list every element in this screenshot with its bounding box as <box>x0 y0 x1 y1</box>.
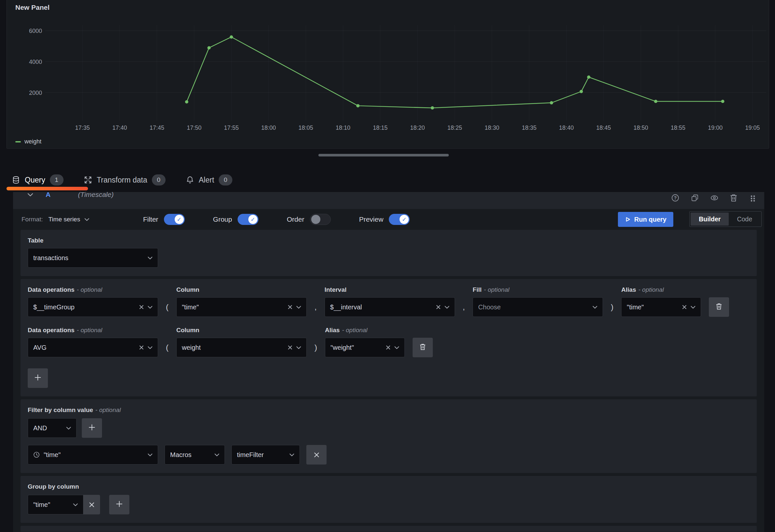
clear-icon[interactable] <box>139 305 144 309</box>
preview-toggle-group: Preview <box>359 214 410 225</box>
order-toggle[interactable] <box>310 214 331 225</box>
transform-icon <box>84 176 92 184</box>
tab-query-label: Query <box>25 176 45 184</box>
filter-toggle[interactable] <box>164 214 185 225</box>
chevron-down-icon <box>148 306 152 309</box>
preview-toggle[interactable] <box>389 214 410 225</box>
clear-icon[interactable] <box>682 305 687 309</box>
add-group-by-button[interactable] <box>109 495 129 514</box>
tab-transform-data[interactable]: Transform data 0 <box>84 174 165 185</box>
select-row-weight: Data operations- optional AVG ( Column w… <box>28 327 750 357</box>
svg-text:17:40: 17:40 <box>112 124 127 131</box>
help-icon[interactable]: ? <box>671 194 680 202</box>
svg-text:18:15: 18:15 <box>373 124 388 131</box>
legend-label: weight <box>24 138 41 145</box>
chevron-down-icon[interactable] <box>27 193 33 196</box>
plus-icon <box>116 501 122 509</box>
builder-mode-button[interactable]: Builder <box>691 212 729 225</box>
table-section: Table transactions <box>21 230 757 276</box>
group-toggle[interactable] <box>237 214 258 225</box>
alias-select[interactable]: "weight" <box>325 338 405 357</box>
tab-query[interactable]: Query 1 <box>12 174 64 185</box>
filter-section: Filter by column value- optional AND "ti… <box>21 399 757 473</box>
remove-filter-button[interactable] <box>306 445 326 465</box>
close-paren: ) <box>611 297 613 317</box>
plus-icon <box>89 424 95 432</box>
format-select[interactable]: Time series <box>48 216 89 223</box>
filter-macro-select[interactable]: timeFilter <box>231 445 300 465</box>
run-query-button[interactable]: Run query <box>618 212 673 227</box>
column-select[interactable]: "time" <box>176 297 307 317</box>
clear-icon[interactable] <box>288 305 292 309</box>
alias-select[interactable]: "time" <box>621 297 701 317</box>
aggregation-select[interactable]: AVG <box>28 338 158 357</box>
table-select[interactable]: transactions <box>28 248 158 268</box>
trash-icon <box>420 343 426 352</box>
editor-mode-toggle: Builder Code <box>689 211 762 227</box>
svg-text:6000: 6000 <box>29 28 42 34</box>
svg-text:17:55: 17:55 <box>224 124 238 131</box>
group-by-column-select[interactable]: "time" <box>28 495 83 514</box>
select-row-time: Data operations- optional $__timeGroup (… <box>28 286 750 317</box>
eye-icon[interactable] <box>710 194 719 202</box>
svg-text:18:30: 18:30 <box>485 124 499 131</box>
chevron-down-icon <box>148 346 152 349</box>
chevron-down-icon <box>148 453 152 456</box>
query-row-actions: ? <box>671 194 757 202</box>
svg-text:18:40: 18:40 <box>559 124 574 131</box>
next-section-edge <box>21 526 757 532</box>
interval-select[interactable]: $__interval <box>324 297 455 317</box>
remove-select-row-button[interactable] <box>413 338 433 357</box>
remove-select-row-button[interactable] <box>709 297 729 317</box>
code-mode-button[interactable]: Code <box>729 212 760 225</box>
svg-text:19:05: 19:05 <box>745 124 760 131</box>
chevron-down-icon <box>73 503 78 506</box>
query-editor: Format: Time series Filter Group Order P… <box>13 209 764 532</box>
chevron-down-icon <box>296 346 301 349</box>
database-icon <box>12 176 20 184</box>
tab-alert-count: 0 <box>219 174 232 185</box>
svg-text:18:20: 18:20 <box>410 124 425 131</box>
add-select-row-button[interactable] <box>28 368 48 388</box>
query-row-header[interactable]: A (Timescale) ? <box>13 192 764 209</box>
aggregation-select[interactable]: $__timeGroup <box>28 297 158 317</box>
query-row-title: A (Timescale) <box>27 192 114 203</box>
clear-icon[interactable] <box>139 345 144 350</box>
horizontal-scrollbar[interactable] <box>318 154 449 156</box>
chevron-down-icon <box>296 306 301 309</box>
drag-handle-icon[interactable] <box>749 194 757 202</box>
filter-section-label: Filter by column value- optional <box>28 407 750 414</box>
fill-select[interactable]: Choose <box>473 297 603 317</box>
legend-item-weight[interactable]: weight <box>15 138 41 145</box>
comma-token: , <box>314 297 317 317</box>
remove-group-by-button[interactable] <box>83 495 100 514</box>
chevron-down-icon <box>84 218 89 221</box>
group-by-label: Group by column <box>28 483 750 490</box>
clear-icon[interactable] <box>288 345 292 350</box>
open-paren: ( <box>166 297 168 317</box>
filter-operator-select[interactable]: AND <box>28 418 77 438</box>
chevron-down-icon <box>395 346 399 349</box>
svg-text:?: ? <box>674 195 677 200</box>
trash-icon[interactable] <box>730 194 738 202</box>
filter-macro-category-select[interactable]: Macros <box>165 445 225 465</box>
column-select[interactable]: weight <box>176 338 307 357</box>
chart-panel: 20004000600017:3517:4017:4517:5017:5518:… <box>7 0 769 149</box>
duplicate-icon[interactable] <box>691 194 699 202</box>
chevron-down-icon <box>691 306 696 309</box>
chevron-down-icon <box>148 256 152 259</box>
filter-column-select[interactable]: "time" <box>28 445 158 465</box>
group-toggle-group: Group <box>213 214 258 225</box>
add-filter-button[interactable] <box>82 418 102 438</box>
chevron-down-icon <box>66 427 71 430</box>
query-ref-id: A <box>46 192 50 198</box>
legend-color-swatch <box>15 141 21 142</box>
svg-text:2000: 2000 <box>29 90 42 96</box>
svg-text:17:50: 17:50 <box>187 124 201 131</box>
svg-text:17:45: 17:45 <box>150 124 164 131</box>
clear-icon[interactable] <box>436 305 441 309</box>
tab-alert[interactable]: Alert 0 <box>186 174 232 185</box>
tab-transform-count: 0 <box>152 174 165 185</box>
clear-icon[interactable] <box>386 345 391 350</box>
svg-text:18:10: 18:10 <box>336 124 350 131</box>
